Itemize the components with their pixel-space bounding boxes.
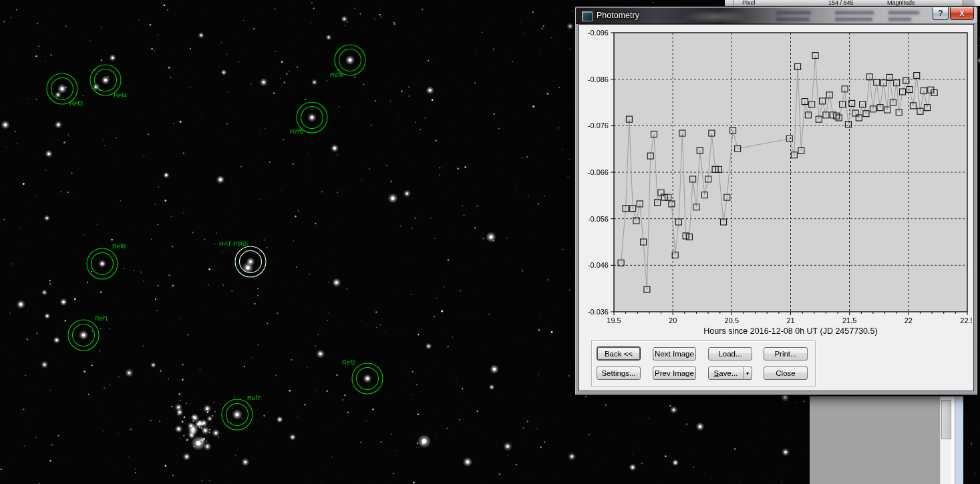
screen: Ref1Ref2Ref3Ref4Ref5Ref6Ref7Ref8HAT-P56b… (0, 0, 980, 484)
obscured-table-rows (776, 9, 943, 23)
bg-header-pixel: Pixel (742, 0, 756, 6)
y-tick-label: -0.056 (588, 215, 609, 223)
scrollbar-thumb[interactable] (941, 400, 951, 439)
background-scrollbar-fragment (963, 0, 975, 6)
photometry-window-icon (582, 11, 593, 21)
y-tick-label: -0.036 (588, 308, 609, 316)
button-group: Back << Next Image Load... Print... Sett… (591, 340, 816, 387)
save-label-rest: ave... (719, 369, 738, 377)
load-button[interactable]: Load... (708, 347, 752, 360)
settings-button[interactable]: Settings... (597, 367, 641, 380)
dropdown-arrow-icon: ▼ (746, 371, 750, 376)
background-window-frame (955, 397, 963, 484)
save-dropdown-button[interactable]: ▼ (743, 367, 752, 380)
close-button[interactable]: X (950, 7, 974, 20)
background-vertical-scrollbar[interactable] (940, 397, 951, 484)
back-button[interactable]: Back << (597, 346, 641, 360)
column-divider (733, 0, 734, 6)
photometry-dialog: Photometry ? X 19.52020.52121.52222.5-0.… (575, 6, 978, 395)
x-tick-label: 20 (669, 316, 677, 324)
y-tick-label: -0.066 (588, 168, 609, 176)
dialog-titlebar[interactable]: Photometry ? X (576, 7, 977, 24)
next-image-button[interactable]: Next Image (653, 347, 696, 360)
help-button[interactable]: ? (933, 7, 949, 20)
background-window-panel (810, 396, 963, 484)
dialog-client-area: 19.52020.52121.52222.5-0.096-0.086-0.076… (579, 24, 974, 391)
prev-image-button[interactable]: Prev Image (653, 367, 696, 380)
x-tick-label: 22.5 (960, 316, 972, 324)
x-tick-label: 22 (905, 316, 913, 324)
x-axis-title: Hours since 2016-12-08 0h UT (JD 2457730… (703, 326, 877, 336)
x-tick-label: 19.5 (607, 316, 621, 324)
x-tick-label: 21 (786, 316, 794, 324)
dialog-title: Photometry (597, 11, 639, 20)
y-tick-label: -0.086 (588, 75, 609, 83)
y-tick-label: -0.046 (588, 261, 609, 269)
x-tick-label: 21.5 (842, 316, 856, 324)
y-tick-label: -0.096 (588, 29, 609, 37)
close-dialog-button[interactable]: Close (764, 367, 808, 380)
x-tick-label: 20.5 (725, 316, 739, 324)
save-accesskey: S (714, 369, 719, 377)
background-window-header: Pixel 154 / 645 Magnitude (725, 0, 980, 6)
save-button[interactable]: Save... (708, 367, 744, 380)
y-tick-label: -0.076 (588, 122, 609, 130)
bg-header-pixel-value: 154 / 645 (828, 0, 854, 6)
bg-header-magnitude: Magnitude (887, 0, 915, 6)
photometry-chart: 19.52020.52121.52222.5-0.096-0.086-0.076… (581, 26, 972, 340)
print-button[interactable]: Print... (764, 347, 808, 360)
